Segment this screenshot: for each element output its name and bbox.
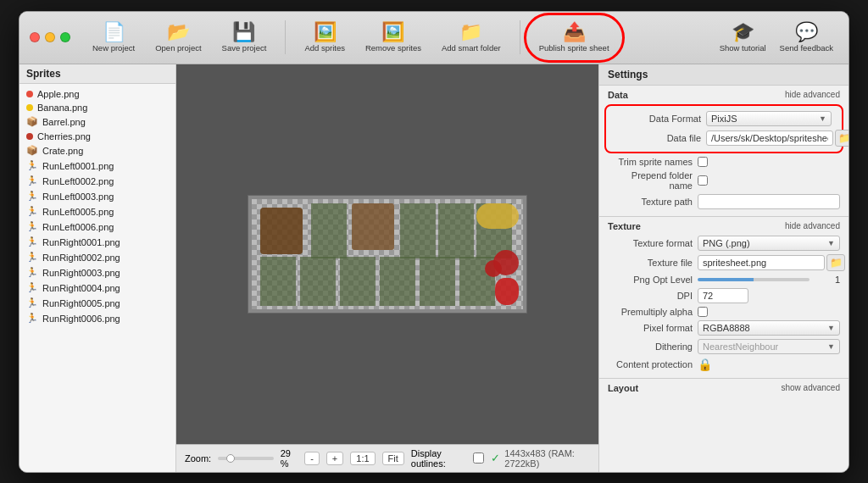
texture-section-header: Texture hide advanced: [599, 217, 849, 234]
new-project-button[interactable]: 📄 New project: [87, 19, 140, 56]
layout-section-label: Layout: [608, 383, 638, 393]
show-tutorial-button[interactable]: 🎓 Show tutorial: [715, 19, 771, 56]
main-window: 📄 New project 📂 Open project 💾 Save proj…: [19, 11, 849, 473]
texture-file-row: Texture file 📁: [599, 253, 849, 273]
sprite-type-icon: 🏃: [26, 313, 38, 325]
sprite-item-label: RunRight0004.png: [42, 283, 120, 293]
dpi-input[interactable]: [698, 288, 748, 303]
premultiply-alpha-row: Premultiply alpha: [599, 305, 849, 319]
zoom-minus-button[interactable]: -: [304, 452, 320, 465]
data-file-input-group: 📁: [706, 130, 849, 147]
canvas-area: Zoom: 29 % - + 1:1 Fit Display outlines:…: [176, 64, 598, 472]
png-opt-level-value: 1: [815, 275, 840, 285]
texture-path-row: Texture path: [599, 192, 849, 211]
texture-file-input-group: 📁: [698, 254, 845, 271]
dithering-select[interactable]: NearestNeighbour ▼: [698, 339, 840, 354]
zoom-fit-button[interactable]: Fit: [382, 452, 404, 465]
list-item[interactable]: 🏃RunRight0003.png: [19, 265, 175, 280]
zoom-1to1-button[interactable]: 1:1: [350, 452, 375, 465]
show-tutorial-icon: 🎓: [732, 23, 754, 42]
sprite-type-icon: 🏃: [26, 221, 38, 233]
texture-format-row: Texture format PNG (.png) ▼: [599, 234, 849, 253]
list-item[interactable]: 🏃RunRight0002.png: [19, 250, 175, 265]
texture-file-folder-button[interactable]: 📁: [826, 254, 845, 271]
add-smart-folder-icon: 📁: [459, 23, 482, 42]
hide-advanced-data-link[interactable]: hide advanced: [785, 90, 840, 99]
publish-button[interactable]: 📤 Publish sprite sheet: [534, 19, 615, 56]
minimize-button[interactable]: [45, 32, 55, 42]
data-section-header: Data hide advanced: [599, 86, 849, 103]
list-item[interactable]: Cherries.png: [19, 130, 175, 143]
remove-sprites-button[interactable]: 🖼️ Remove sprites: [360, 19, 426, 56]
fullscreen-button[interactable]: [60, 32, 70, 42]
sprite-type-icon: 🏃: [26, 297, 38, 309]
texture-path-label: Texture path: [608, 197, 693, 207]
content-protection-lock-icon: 🔒: [698, 358, 712, 371]
trim-sprite-names-checkbox[interactable]: [698, 157, 708, 167]
list-item[interactable]: 🏃RunRight0005.png: [19, 296, 175, 311]
close-button[interactable]: [30, 32, 40, 42]
list-item[interactable]: 🏃RunLeft0003.png: [19, 189, 175, 204]
list-item[interactable]: 🏃RunRight0004.png: [19, 280, 175, 296]
save-project-icon: 💾: [232, 23, 255, 42]
add-sprites-button[interactable]: 🖼️ Add sprites: [299, 19, 350, 56]
premultiply-alpha-label: Premultiply alpha: [608, 307, 693, 317]
list-item[interactable]: 📦Crate.png: [19, 143, 175, 158]
sprite-item-label: RunRight0005.png: [42, 298, 120, 308]
texture-path-input[interactable]: [698, 194, 840, 209]
png-opt-level-label: Png Opt Level: [608, 275, 693, 285]
data-file-folder-button[interactable]: 📁: [835, 130, 849, 147]
dithering-value: NearestNeighbour: [703, 341, 778, 352]
texture-section-label: Texture: [608, 221, 641, 231]
list-item[interactable]: 🏃RunRight0006.png: [19, 311, 175, 326]
pixel-format-arrow: ▼: [827, 324, 835, 332]
texture-format-select[interactable]: PNG (.png) ▼: [698, 236, 840, 251]
data-file-input[interactable]: [706, 130, 833, 146]
show-advanced-layout-link[interactable]: show advanced: [782, 383, 841, 392]
zoom-plus-button[interactable]: +: [326, 452, 343, 465]
list-item[interactable]: Banana.png: [19, 101, 175, 114]
png-opt-level-slider[interactable]: [698, 278, 810, 281]
data-format-select[interactable]: PixiJS ▼: [706, 111, 832, 126]
hide-advanced-texture-link[interactable]: hide advanced: [785, 221, 840, 230]
sprite-type-icon: 🏃: [26, 191, 38, 203]
sprite-item-label: RunRight0001.png: [42, 237, 120, 247]
new-project-icon: 📄: [103, 23, 125, 42]
pixel-format-select[interactable]: RGBA8888 ▼: [698, 320, 840, 336]
layout-section: Layout show advanced: [599, 379, 849, 397]
content-protection-label: Content protection: [608, 359, 693, 369]
list-item[interactable]: 📦Barrel.png: [19, 114, 175, 130]
texture-file-input[interactable]: [698, 255, 825, 270]
main-area: Sprites Apple.pngBanana.png📦Barrel.pngCh…: [19, 64, 849, 472]
sprite-item-label: RunLeft0006.png: [42, 222, 114, 232]
list-item[interactable]: 🏃RunRight0001.png: [19, 235, 175, 250]
pixel-format-label: Pixel format: [608, 323, 693, 333]
open-project-button[interactable]: 📂 Open project: [150, 19, 206, 56]
status-text: 1443x483 (RAM: 2722kB): [504, 448, 590, 469]
data-format-row: Data Format PixiJS ▼: [608, 109, 840, 128]
sprite-item-label: RunRight0006.png: [42, 314, 120, 324]
data-format-value: PixiJS: [711, 114, 737, 124]
sprite-item-label: Banana.png: [37, 103, 87, 113]
list-item[interactable]: Apple.png: [19, 87, 175, 101]
zoom-slider[interactable]: [218, 457, 273, 460]
save-project-button[interactable]: 💾 Save project: [217, 19, 272, 56]
list-item[interactable]: 🏃RunLeft0002.png: [19, 174, 175, 189]
toolbar-separator-1: [285, 20, 286, 54]
add-smart-folder-button[interactable]: 📁 Add smart folder: [437, 19, 506, 56]
sprite-item-label: RunRight0002.png: [42, 253, 120, 263]
send-feedback-button[interactable]: 💬 Send feedback: [775, 19, 838, 56]
list-item[interactable]: 🏃RunLeft0001.png: [19, 158, 175, 174]
list-item[interactable]: 🏃RunLeft0006.png: [19, 219, 175, 235]
data-highlight-box: Data Format PixiJS ▼ Data file 📁: [604, 104, 843, 153]
display-outlines-checkbox[interactable]: [473, 452, 484, 464]
sprite-type-icon: 📦: [26, 145, 38, 157]
list-item[interactable]: 🏃RunLeft0005.png: [19, 204, 175, 219]
data-section-label: Data: [608, 90, 628, 100]
sprite-sheet-preview: [248, 195, 527, 314]
display-outlines-label: Display outlines:: [411, 448, 467, 469]
dithering-row: Dithering NearestNeighbour ▼: [599, 337, 849, 356]
texture-section: Texture hide advanced Texture format PNG…: [599, 217, 849, 379]
prepend-folder-name-checkbox[interactable]: [698, 175, 708, 186]
premultiply-alpha-checkbox[interactable]: [698, 307, 708, 317]
